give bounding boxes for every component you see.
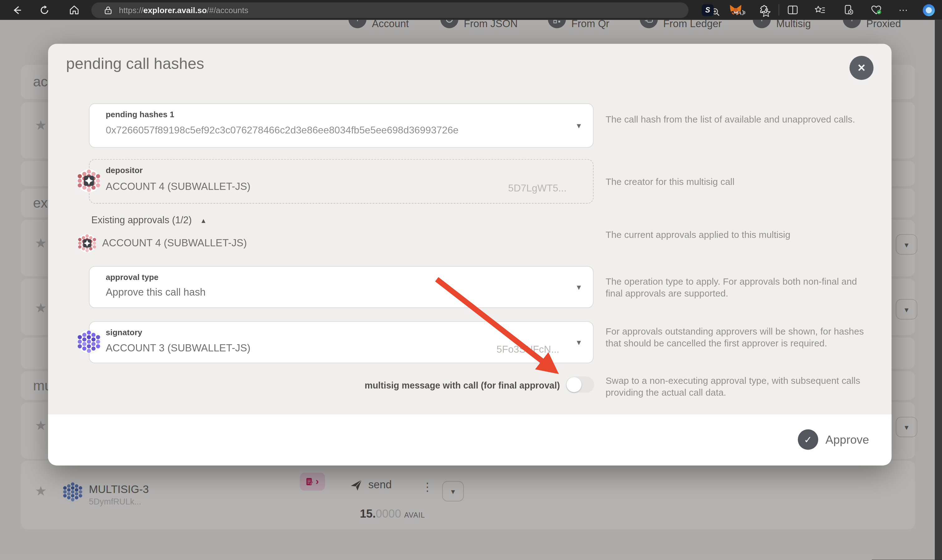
caret-down-icon: ▾ [577,121,581,130]
approve-label: Approve [825,433,869,446]
browser-essentials-icon[interactable] [869,0,883,20]
pending-hash-select[interactable]: pending hashes 1 0x7266057f89198c5ef92c3… [89,103,594,148]
subwallet-extension-icon[interactable]: S [701,0,714,20]
extensions-puzzle-icon[interactable] [757,0,770,20]
modal-footer: ✓ Approve [48,414,891,466]
back-icon[interactable] [11,0,24,20]
help-text: The creator for this multisig call [605,176,871,188]
metamask-extension-icon[interactable] [728,0,742,20]
split-screen-icon[interactable] [786,0,799,20]
settings-menu-icon[interactable]: ⋯ [897,0,910,20]
close-icon: ✕ [857,62,866,74]
field-label: pending hashes 1 [106,110,174,119]
approval-type-select[interactable]: approval type Approve this call hash ▾ [89,266,594,308]
call-hash-value: 0x7266057f89198c5ef92c3c076278466c2d3e86… [106,125,459,136]
approver-account: ACCOUNT 4 (SUBWALLET-JS) [102,237,247,249]
close-button[interactable]: ✕ [850,56,873,80]
caret-down-icon: ▾ [577,282,581,292]
signatory-short-address: 5Fo3SNFcN... [497,344,559,355]
multisig-message-toggle-label: multisig message with call (for final ap… [325,380,560,391]
help-text: For approvals outstanding approvers will… [605,326,871,349]
signatory-account: ACCOUNT 3 (SUBWALLET-JS) [106,342,251,354]
lock-icon [105,6,112,14]
multisig-message-toggle[interactable] [566,377,594,393]
help-text: The operation type to apply. For approva… [605,275,871,299]
approver-identicon [77,234,97,253]
existing-approvals-toggle[interactable]: Existing approvals (1/2) ▲ [91,215,207,226]
copilot-icon[interactable] [921,0,937,20]
field-label: depositor [106,166,143,175]
help-text: The current approvals applied to this mu… [605,229,871,241]
approvals-label: Existing approvals (1/2) [91,215,192,226]
toolbar-divider [779,4,779,15]
modal-title: pending call hashes [66,55,204,73]
favorites-list-icon[interactable] [813,0,827,20]
home-icon[interactable] [68,0,80,20]
url-text[interactable]: https://explorer.avail.so/#/accounts [119,6,248,15]
depositor-short-address: 5D7LgWT5... [508,183,566,194]
send-to-device-icon[interactable] [842,0,855,20]
caret-up-icon: ▲ [200,217,207,224]
signatory-select[interactable]: signatory ACCOUNT 3 (SUBWALLET-JS) 5Fo3S… [89,321,594,363]
toggle-knob [566,377,582,392]
depositor-field: depositor ACCOUNT 4 (SUBWALLET-JS) 5D7Lg… [89,159,594,204]
approve-button[interactable]: ✓ Approve [798,429,869,449]
screen: https://explorer.avail.so/#/accounts A S [0,0,942,560]
field-label: approval type [106,272,159,282]
depositor-account: ACCOUNT 4 (SUBWALLET-JS) [106,181,251,193]
signatory-identicon [77,329,101,354]
help-text: Swap to a non-executing approval type, w… [605,375,871,398]
field-label: signatory [106,328,142,337]
depositor-identicon [77,169,101,193]
browser-toolbar: https://explorer.avail.so/#/accounts A S [0,0,942,20]
pending-call-hashes-modal: pending call hashes ✕ pending hashes 1 0… [48,44,891,466]
address-bar[interactable]: https://explorer.avail.so/#/accounts A [91,3,688,18]
check-icon: ✓ [798,429,818,449]
help-text: The call hash from the list of available… [605,114,871,125]
approval-type-value: Approve this call hash [106,286,206,299]
refresh-icon[interactable] [38,0,51,20]
window-edge [935,20,942,560]
caret-down-icon: ▾ [577,337,581,347]
